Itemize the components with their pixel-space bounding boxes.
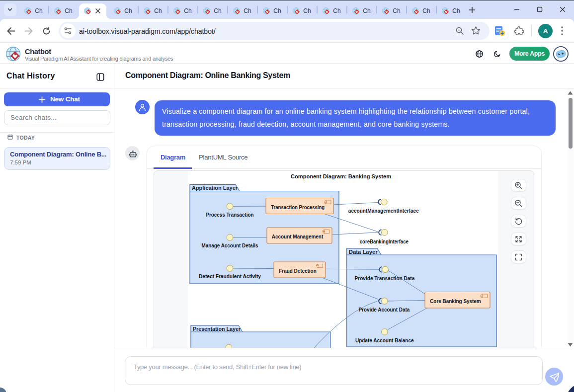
svg-text:accountManagementInterface: accountManagementInterface xyxy=(348,207,419,213)
svg-text:Detect Fraudulent Activity: Detect Fraudulent Activity xyxy=(199,273,261,279)
svg-text:Transaction Processing: Transaction Processing xyxy=(271,204,325,210)
svg-text:Update Account Balance: Update Account Balance xyxy=(355,337,414,343)
svg-text:Data Layer: Data Layer xyxy=(349,248,378,254)
svg-text:Presentation Layer: Presentation Layer xyxy=(193,325,241,331)
svg-text:Manage Account Details: Manage Account Details xyxy=(202,242,258,248)
svg-text:Process Transaction: Process Transaction xyxy=(206,212,254,218)
svg-text:Provide Account Data: Provide Account Data xyxy=(358,307,410,313)
svg-text:Component Diagram: Banking Sys: Component Diagram: Banking System xyxy=(291,173,391,180)
svg-text:Core Banking System: Core Banking System xyxy=(430,298,481,304)
svg-text:Provide Transaction Data: Provide Transaction Data xyxy=(355,275,415,281)
svg-text:Account Management: Account Management xyxy=(272,234,324,239)
svg-text:Application Layer: Application Layer xyxy=(192,184,238,191)
svg-text:Fraud Detection: Fraud Detection xyxy=(279,268,316,274)
svg-text:coreBankingInterface: coreBankingInterface xyxy=(360,238,409,244)
